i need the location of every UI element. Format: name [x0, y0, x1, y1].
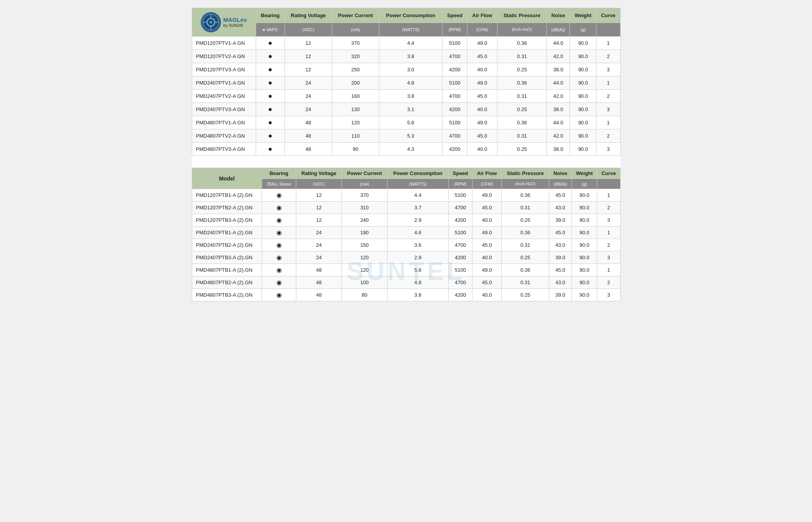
bearing-cell: ● — [256, 103, 285, 116]
current-cell: 160 — [332, 90, 379, 103]
col2-noise: Noise — [549, 168, 571, 179]
model-cell: PMD2407PTV2-A GN — [192, 90, 256, 103]
pressure-cell: 0.31 — [497, 50, 547, 63]
bearing-cell: ● — [256, 50, 285, 63]
speed-cell: 5100 — [442, 37, 467, 50]
bearing-cell: ● — [256, 143, 285, 156]
model-cell: PMD4807PTV3-A GN — [192, 143, 256, 156]
sub2-power: (WATTS) — [387, 179, 448, 189]
col2-curve: Curve — [597, 168, 620, 179]
pressure-cell: 0.25 — [497, 103, 547, 116]
flow-cell: 45.0 — [472, 202, 502, 214]
table-row: PMD2407PTV2-A GN ● 24 160 3.8 4700 45.0 … — [192, 90, 620, 103]
noise-cell: 38.0 — [547, 63, 570, 76]
pressure-cell: 0.25 — [497, 63, 547, 76]
sub2-bearing: 2BALL Sleeve — [262, 179, 296, 189]
table-2: Model Bearing Rating Voltage Power Curre… — [192, 168, 621, 301]
weight-cell: 90.0 — [571, 264, 597, 276]
voltage-cell: 12 — [285, 63, 332, 76]
speed-cell: 5100 — [442, 76, 467, 90]
current-cell: 200 — [332, 76, 379, 90]
logo-wrapper: MAGLev by SUNON — [201, 12, 247, 32]
speed-cell: 5100 — [448, 226, 472, 239]
sub-speed: (RPM) — [442, 23, 467, 36]
pressure-cell: 0.31 — [501, 239, 549, 251]
pressure-cell: 0.36 — [501, 189, 549, 202]
model-cell: PMD4807PTB1-A (2).GN — [192, 264, 262, 276]
sub-weight: (g) — [570, 23, 596, 36]
col-current: Power Current — [332, 8, 379, 23]
col-speed: Speed — [442, 8, 467, 23]
voltage-cell: 48 — [285, 116, 332, 129]
voltage-cell: 48 — [285, 143, 332, 156]
power-cell: 5.8 — [379, 116, 442, 129]
current-cell: 130 — [332, 103, 379, 116]
voltage-cell: 12 — [285, 50, 332, 63]
weight-cell: 90.0 — [570, 129, 596, 143]
table-row: PMD2407PTB1-A (2).GN ◉ 24 190 4.6 5100 4… — [192, 226, 620, 239]
weight-cell: 90.0 — [571, 189, 597, 202]
curve-cell: 2 — [596, 129, 620, 143]
voltage-cell: 48 — [296, 289, 341, 301]
weight-cell: 90.0 — [570, 76, 596, 90]
table-row: PMD4807PTB3-A (2).GN ◉ 48 80 3.8 4200 40… — [192, 289, 620, 301]
col2-bearing: Bearing — [262, 168, 296, 179]
voltage-cell: 12 — [285, 37, 332, 50]
sub2-pressure: (inch-H₂O) — [501, 179, 549, 189]
col-curve: Curve — [596, 8, 620, 23]
col2-pressure: Static Pressure — [501, 168, 549, 179]
weight-cell: 90.0 — [571, 202, 597, 214]
table-row: PMD1207PTB1-A (2).GN ◉ 12 370 4.4 5100 4… — [192, 189, 620, 202]
bearing-cell: ● — [256, 37, 285, 50]
sub-noise: (dB(A)) — [547, 23, 570, 36]
table-row: PMD2407PTV1-A GN ● 24 200 4.8 5100 49.0 … — [192, 76, 620, 90]
noise-cell: 38.0 — [547, 103, 570, 116]
bearing-cell: ● — [256, 116, 285, 129]
sub2-current: (mA) — [342, 179, 387, 189]
power-cell: 4.4 — [387, 189, 448, 202]
sub2-curve — [597, 179, 620, 189]
current-cell: 120 — [332, 116, 379, 129]
noise-cell: 44.0 — [547, 76, 570, 90]
bearing-cell: ◉ — [262, 239, 296, 251]
flow-cell: 49.0 — [467, 37, 497, 50]
pressure-cell: 0.36 — [497, 76, 547, 90]
sub-curve — [596, 23, 620, 36]
speed-cell: 5100 — [448, 189, 472, 202]
speed-cell: 4700 — [448, 276, 472, 289]
curve-cell: 2 — [597, 239, 620, 251]
logo-sunon: by SUNON — [223, 23, 247, 28]
table-row: PMD2407PTB3-A (2).GN ◉ 24 120 2.9 4200 4… — [192, 251, 620, 264]
speed-cell: 4200 — [442, 143, 467, 156]
power-cell: 5.8 — [387, 264, 448, 276]
power-cell: 3.8 — [379, 50, 442, 63]
curve-cell: 3 — [597, 214, 620, 226]
table-row: PMD1207PTB2-A (2).GN ◉ 12 310 3.7 4700 4… — [192, 202, 620, 214]
model-cell: PMD2407PTV3-A GN — [192, 103, 256, 116]
power-cell: 3.0 — [379, 63, 442, 76]
bearing-cell: ● — [256, 90, 285, 103]
table-row: PMD1207PTB3-A (2).GN ◉ 12 240 2.9 4200 4… — [192, 214, 620, 226]
bearing-cell: ◉ — [262, 251, 296, 264]
bearing-cell: ◉ — [262, 264, 296, 276]
pressure-cell: 0.31 — [497, 90, 547, 103]
bearing-cell: ◉ — [262, 276, 296, 289]
voltage-cell: 48 — [296, 264, 341, 276]
model-cell: PMD4807PTV2-A GN — [192, 129, 256, 143]
weight-cell: 90.0 — [571, 226, 597, 239]
current-cell: 100 — [342, 276, 387, 289]
noise-cell: 42.0 — [547, 50, 570, 63]
weight-cell: 90.0 — [570, 143, 596, 156]
flow-cell: 49.0 — [472, 264, 502, 276]
power-cell: 3.8 — [379, 90, 442, 103]
bearing-cell: ◉ — [262, 214, 296, 226]
flow-cell: 45.0 — [467, 129, 497, 143]
curve-cell: 3 — [596, 103, 620, 116]
current-cell: 150 — [342, 239, 387, 251]
bearing-cell: ◉ — [262, 202, 296, 214]
current-cell: 110 — [332, 129, 379, 143]
pressure-cell: 0.25 — [501, 251, 549, 264]
current-cell: 250 — [332, 63, 379, 76]
current-cell: 370 — [332, 37, 379, 50]
noise-cell: 44.0 — [547, 116, 570, 129]
